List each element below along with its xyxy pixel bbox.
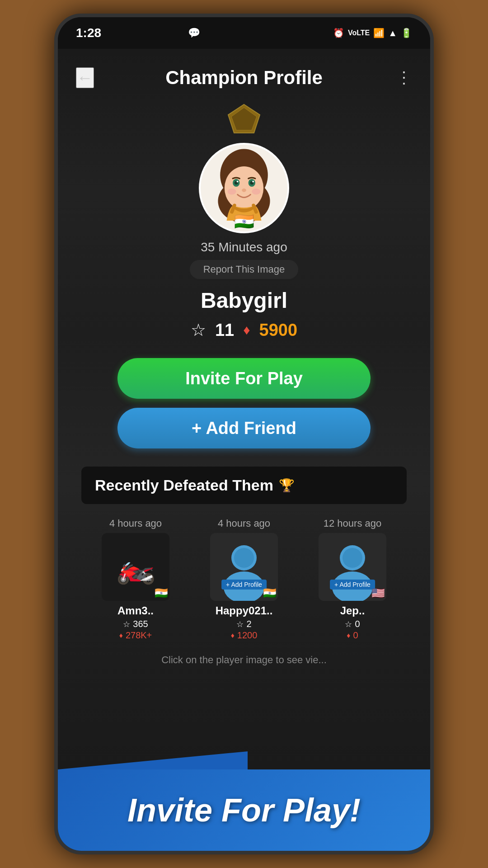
defeated-title-text: Recently Defeated Them bbox=[95, 476, 273, 494]
content-wrapper: ← Champion Profile ⋮ bbox=[58, 49, 430, 679]
phone-frame: 1:28 💬 💬 📞 ⊙ ⏰ VoLTE 📶 ▲ 🔋 ← Champion Pr… bbox=[54, 14, 434, 854]
player-1-flag: 🇮🇳 bbox=[155, 587, 168, 599]
defeated-trophy-icon: 🏆 bbox=[279, 478, 295, 493]
player-1-star-stat: ☆ 365 bbox=[123, 619, 148, 629]
players-grid: 4 hours ago 🏍️ 🇮🇳 Amn3.. ☆ 365 bbox=[81, 518, 407, 641]
p1-diamond-icon: ♦ bbox=[119, 632, 123, 640]
defeated-section-header: Recently Defeated Them 🏆 bbox=[81, 467, 407, 504]
avatar-container: 🇮🇳 bbox=[199, 143, 289, 233]
svg-point-22 bbox=[343, 548, 362, 568]
player-3-avatar-wrap: + Add Profile 🇺🇸 bbox=[319, 533, 386, 601]
hint-text: Click on the player image to see vie... bbox=[143, 650, 345, 670]
player-1-diamond-stat: ♦ 278K+ bbox=[119, 630, 152, 641]
message-icon: 💬 bbox=[188, 27, 200, 39]
back-button[interactable]: ← bbox=[76, 67, 94, 88]
last-seen: 35 Minutes ago bbox=[201, 240, 287, 255]
p1-star-val: 365 bbox=[133, 619, 148, 629]
p1-diamond-val: 278K+ bbox=[126, 630, 152, 641]
player-3-name: Jep.. bbox=[340, 604, 365, 617]
volte-icon: VoLTE bbox=[348, 29, 370, 37]
svg-point-18 bbox=[234, 548, 254, 568]
p3-star-icon: ☆ bbox=[345, 619, 352, 629]
p2-star-val: 2 bbox=[246, 619, 251, 629]
player-card-2[interactable]: 4 hours ago + Add Profile 🇮🇳 bbox=[199, 518, 289, 641]
wifi-icon: 📶 bbox=[373, 28, 385, 38]
svg-point-14 bbox=[252, 189, 260, 194]
p3-diamond-val: 0 bbox=[353, 630, 358, 641]
svg-point-5 bbox=[225, 166, 263, 210]
profile-flag: 🇮🇳 bbox=[234, 212, 254, 231]
player-3-stats: ☆ 0 ♦ 0 bbox=[345, 619, 360, 641]
alarm-icon: ⏰ bbox=[333, 28, 344, 38]
player-2-avatar-wrap: + Add Profile 🇮🇳 bbox=[210, 533, 278, 601]
p2-add-profile: + Add Profile bbox=[221, 580, 267, 590]
username: Babygirl bbox=[201, 288, 287, 313]
player-3-flag: 🇺🇸 bbox=[371, 587, 385, 599]
player-3-diamond-stat: ♦ 0 bbox=[347, 630, 358, 641]
player-2-name: Happy021.. bbox=[216, 604, 273, 617]
player-2-stats: ☆ 2 ♦ 1200 bbox=[231, 619, 258, 641]
add-friend-button[interactable]: + Add Friend bbox=[117, 408, 371, 448]
p2-star-icon: ☆ bbox=[236, 619, 244, 629]
player-2-time: 4 hours ago bbox=[218, 518, 270, 529]
stats-row: ☆ 11 ♦ 5900 bbox=[191, 320, 297, 340]
player-2-flag: 🇮🇳 bbox=[263, 587, 277, 599]
star-count: 11 bbox=[215, 321, 234, 340]
defeated-title: Recently Defeated Them 🏆 bbox=[95, 476, 393, 494]
rank-badge bbox=[226, 102, 262, 138]
player-1-avatar-wrap: 🏍️ 🇮🇳 bbox=[102, 533, 169, 601]
page-header: ← Champion Profile ⋮ bbox=[58, 58, 430, 98]
p3-diamond-icon: ♦ bbox=[347, 632, 350, 640]
status-time: 1:28 bbox=[76, 26, 101, 40]
diamond-count: 5900 bbox=[259, 321, 298, 340]
svg-point-10 bbox=[237, 181, 239, 183]
signal-icon: ▲ bbox=[388, 28, 397, 38]
player-1-time: 4 hours ago bbox=[109, 518, 162, 529]
svg-point-12 bbox=[242, 189, 246, 192]
player-card-1[interactable]: 4 hours ago 🏍️ 🇮🇳 Amn3.. ☆ 365 bbox=[90, 518, 181, 641]
battery-icon: 🔋 bbox=[401, 28, 412, 38]
player-2-star-stat: ☆ 2 bbox=[236, 619, 251, 629]
player-3-star-stat: ☆ 0 bbox=[345, 619, 360, 629]
report-image-button[interactable]: Report This Image bbox=[190, 260, 299, 279]
player-1-name: Amn3.. bbox=[117, 604, 154, 617]
page-title: Champion Profile bbox=[165, 67, 323, 89]
banner-text: Invite For Play! bbox=[127, 792, 361, 829]
svg-point-11 bbox=[252, 181, 254, 183]
player-2-diamond-stat: ♦ 1200 bbox=[231, 630, 258, 641]
player-3-time: 12 hours ago bbox=[324, 518, 381, 529]
p2-diamond-val: 1200 bbox=[237, 630, 258, 641]
status-bar: 1:28 💬 💬 📞 ⊙ ⏰ VoLTE 📶 ▲ 🔋 bbox=[58, 17, 430, 49]
notch bbox=[199, 17, 289, 40]
more-options-button[interactable]: ⋮ bbox=[396, 68, 412, 87]
bottom-banner: Invite For Play! bbox=[58, 769, 430, 851]
p3-add-profile: + Add Profile bbox=[330, 580, 375, 590]
banner-triangle bbox=[58, 751, 248, 769]
diamond-icon: ♦ bbox=[243, 322, 250, 338]
status-right-icons: ⏰ VoLTE 📶 ▲ 🔋 bbox=[333, 28, 412, 38]
star-rating-icon: ☆ bbox=[191, 320, 206, 340]
main-content: ← Champion Profile ⋮ bbox=[58, 49, 430, 769]
p2-diamond-icon: ♦ bbox=[231, 632, 235, 640]
p1-star-icon: ☆ bbox=[123, 619, 130, 629]
invite-for-play-button[interactable]: Invite For Play bbox=[117, 358, 371, 399]
svg-point-13 bbox=[228, 189, 236, 194]
player-1-stats: ☆ 365 ♦ 278K+ bbox=[119, 619, 152, 641]
player-card-3[interactable]: 12 hours ago + Add Profile 🇺🇸 bbox=[307, 518, 398, 641]
p3-star-val: 0 bbox=[355, 619, 360, 629]
